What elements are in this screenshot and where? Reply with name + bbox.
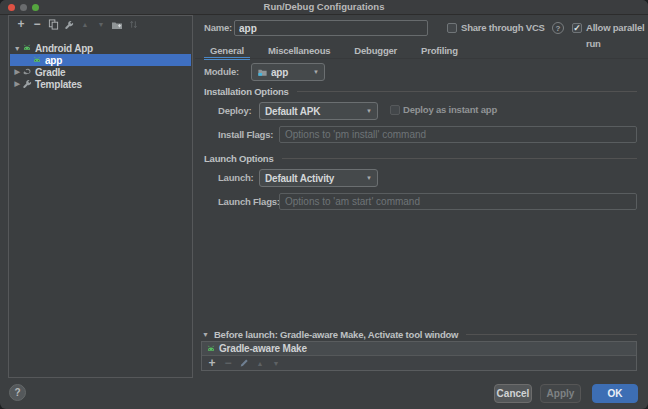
launch-label: Launch: (218, 170, 254, 186)
tab-general[interactable]: General (204, 44, 250, 59)
instant-app-checkbox[interactable] (390, 105, 400, 115)
name-input[interactable] (234, 20, 428, 36)
section-divider-line (282, 158, 637, 159)
deploy-label: Deploy: (218, 103, 251, 119)
tree-item-app[interactable]: app (10, 54, 191, 66)
dropdown-caret-icon: ▼ (366, 175, 372, 181)
installation-options-title: Installation Options (204, 86, 289, 97)
chevron-collapsed-icon[interactable]: ▶ (13, 80, 21, 88)
titlebar[interactable]: Run/Debug Configurations (0, 0, 648, 15)
launch-options-header: Launch Options (204, 152, 637, 164)
configurations-toolbar: + − ▲ ▼ (9, 16, 192, 33)
android-icon (31, 55, 43, 65)
section-divider-line (297, 91, 637, 92)
dropdown-caret-icon: ▼ (366, 108, 372, 114)
move-task-down-icon[interactable]: ▼ (268, 356, 284, 371)
share-vcs-help-icon[interactable]: ? (552, 22, 564, 34)
settings-tabbar: General Miscellaneous Debugger Profiling (204, 44, 464, 59)
tree-item-label: Gradle (35, 67, 65, 78)
before-launch-task-row[interactable]: Gradle-aware Make (202, 342, 636, 356)
tree-item-label: Android App (35, 43, 93, 54)
before-launch-task-list: Gradle-aware Make + − ▲ ▼ (201, 341, 637, 371)
gradle-elephant-icon (21, 67, 33, 77)
allow-parallel-checkbox[interactable]: ✓ (572, 23, 582, 33)
tabbar-divider (195, 58, 648, 59)
move-up-icon[interactable]: ▲ (77, 17, 93, 32)
android-icon (205, 344, 217, 354)
tab-miscellaneous[interactable]: Miscellaneous (262, 44, 336, 59)
add-configuration-icon[interactable]: + (13, 17, 29, 32)
configurations-panel: + − ▲ ▼ ▼ Android App (8, 15, 193, 378)
templates-wrench-icon (21, 79, 33, 89)
tree-item-label: app (45, 55, 62, 66)
tree-item-gradle[interactable]: ▶ Gradle (10, 66, 191, 78)
module-folder-icon (257, 67, 268, 78)
chevron-expanded-icon[interactable]: ▼ (13, 45, 21, 52)
allow-parallel-label: Allow parallel run (586, 20, 648, 36)
instant-app-label: Deploy as instant app (403, 102, 497, 118)
edit-defaults-wrench-icon[interactable] (61, 17, 77, 32)
edit-task-pencil-icon[interactable] (236, 356, 252, 371)
deploy-select[interactable]: Default APK ▼ (259, 102, 378, 120)
copy-configuration-icon[interactable] (45, 17, 61, 32)
module-label: Module: (204, 64, 239, 80)
module-value: app (271, 67, 288, 78)
window-title: Run/Debug Configurations (0, 0, 648, 14)
tree-item-templates[interactable]: ▶ Templates (10, 78, 191, 90)
launch-options-title: Launch Options (204, 153, 274, 164)
add-task-icon[interactable]: + (204, 356, 220, 371)
name-label: Name: (204, 20, 232, 36)
before-launch-title: Before launch: Gradle-aware Make, Activa… (214, 329, 458, 340)
tab-debugger[interactable]: Debugger (348, 44, 403, 59)
android-icon (21, 43, 33, 53)
launch-flags-label: Launch Flags: (218, 194, 280, 210)
section-divider-line (466, 334, 637, 335)
tree-item-android-app[interactable]: ▼ Android App (10, 42, 191, 54)
install-flags-label: Install Flags: (218, 127, 273, 143)
share-vcs-label: Share through VCS (461, 20, 545, 36)
new-folder-icon[interactable] (109, 17, 125, 32)
tree-item-label: Templates (35, 79, 82, 90)
move-task-up-icon[interactable]: ▲ (252, 356, 268, 371)
sort-configurations-icon[interactable] (125, 17, 141, 32)
chevron-expanded-icon[interactable]: ▼ (202, 331, 209, 338)
before-launch-task-label: Gradle-aware Make (219, 343, 307, 354)
launch-flags-input[interactable] (279, 193, 637, 210)
remove-task-icon[interactable]: − (220, 356, 236, 371)
dropdown-caret-icon: ▼ (313, 69, 319, 75)
configurations-tree: ▼ Android App app ▶ Gradle ▶ (9, 36, 192, 377)
remove-configuration-icon[interactable]: − (29, 17, 45, 32)
install-flags-input[interactable] (279, 126, 637, 143)
chevron-collapsed-icon[interactable]: ▶ (13, 68, 21, 76)
before-launch-toolbar: + − ▲ ▼ (202, 356, 636, 370)
run-debug-configurations-dialog: Run/Debug Configurations + − ▲ ▼ ▼ (0, 0, 648, 409)
launch-value: Default Activity (265, 173, 334, 184)
before-launch-header[interactable]: ▼ Before launch: Gradle-aware Make, Acti… (202, 328, 637, 340)
installation-options-header: Installation Options (204, 85, 637, 97)
ok-button[interactable]: OK (592, 384, 638, 403)
move-down-icon[interactable]: ▼ (93, 17, 109, 32)
launch-select[interactable]: Default Activity ▼ (259, 169, 378, 187)
tab-profiling[interactable]: Profiling (415, 44, 464, 59)
share-vcs-checkbox[interactable] (447, 23, 457, 33)
deploy-value: Default APK (265, 106, 320, 117)
help-button[interactable]: ? (9, 384, 26, 401)
apply-button[interactable]: Apply (540, 384, 581, 403)
module-select[interactable]: app ▼ (251, 63, 325, 81)
cancel-button[interactable]: Cancel (494, 384, 532, 403)
